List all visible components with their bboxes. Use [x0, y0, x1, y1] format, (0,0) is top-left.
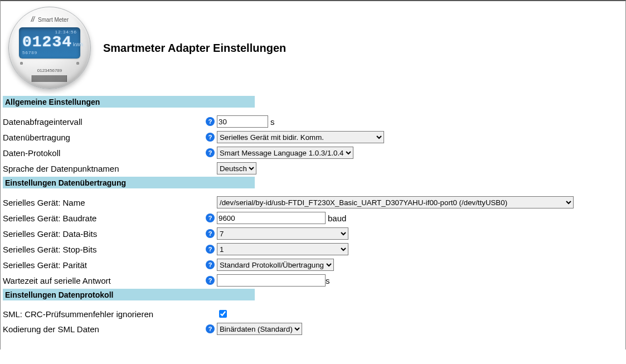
interval-label: Datenabfrageintervall	[3, 117, 206, 127]
section-transport-header: Einstellungen Datenübertragung	[3, 177, 255, 188]
stopbits-label: Serielles Gerät: Stop-Bits	[3, 245, 206, 254]
interval-input[interactable]	[217, 115, 268, 128]
encoding-select[interactable]: Binärdaten (Standard)	[217, 323, 302, 335]
protocol-label: Daten-Protokoll	[3, 148, 206, 158]
encoding-label: Kodierung der SML Daten	[3, 324, 206, 334]
help-icon[interactable]: ?	[206, 133, 215, 142]
section-protocol-header: Einstellungen Datenprotokoll	[3, 289, 255, 300]
lcd-unit: kWh	[73, 42, 83, 47]
help-icon[interactable]: ?	[206, 213, 215, 222]
logo-brand: Smart Meter	[9, 16, 90, 23]
device-label: Serielles Gerät: Name	[3, 198, 206, 207]
help-icon[interactable]: ?	[206, 148, 215, 157]
crc-label: SML: CRC-Prüfsummenfehler ignorieren	[3, 309, 217, 319]
logo-barcode	[32, 75, 67, 82]
protocol-select[interactable]: Smart Message Language 1.0.3/1.0.4	[217, 147, 353, 159]
wait-unit: s	[326, 276, 330, 285]
databits-label: Serielles Gerät: Data-Bits	[3, 229, 206, 239]
help-icon[interactable]: ?	[206, 229, 215, 238]
help-icon[interactable]: ?	[206, 245, 215, 254]
help-icon[interactable]: ?	[206, 276, 215, 285]
header: Smart Meter 12:34:56 01234 kWh 56789 012…	[1, 1, 625, 95]
interval-unit: s	[270, 117, 275, 127]
baud-label: Serielles Gerät: Baudrate	[3, 213, 206, 223]
smartmeter-logo: Smart Meter 12:34:56 01234 kWh 56789 012…	[6, 4, 93, 91]
lcd-main-value: 01234	[22, 35, 72, 50]
baud-input[interactable]	[217, 212, 326, 224]
wait-label: Wartezeit auf serielle Antwort	[3, 276, 206, 285]
logo-serial: 0123456789	[9, 68, 90, 73]
device-select[interactable]: /dev/serial/by-id/usb-FTDI_FT230X_Basic_…	[217, 196, 574, 208]
help-icon[interactable]: ?	[206, 260, 215, 269]
wait-input[interactable]	[217, 274, 326, 287]
help-icon[interactable]: ?	[206, 117, 215, 126]
stopbits-select[interactable]: 1	[217, 243, 348, 255]
parity-label: Serielles Gerät: Parität	[3, 260, 206, 270]
language-label: Sprache der Datenpunktnamen	[3, 164, 206, 173]
section-general-header: Allgemeine Einstellungen	[3, 96, 255, 108]
transport-label: Datenübertragung	[3, 133, 206, 142]
databits-select[interactable]: 7	[217, 227, 348, 240]
help-icon[interactable]: ?	[206, 324, 215, 333]
baud-unit: baud	[328, 213, 346, 223]
parity-select[interactable]: Standard Protokoll/Übertragung	[217, 259, 334, 271]
transport-select[interactable]: Serielles Gerät mit bidir. Komm.	[217, 131, 384, 143]
lcd-sub-value: 56789	[22, 50, 77, 55]
language-select[interactable]: Deutsch	[217, 162, 256, 174]
page-title: Smartmeter Adapter Einstellungen	[103, 42, 286, 55]
crc-checkbox[interactable]	[219, 310, 227, 318]
